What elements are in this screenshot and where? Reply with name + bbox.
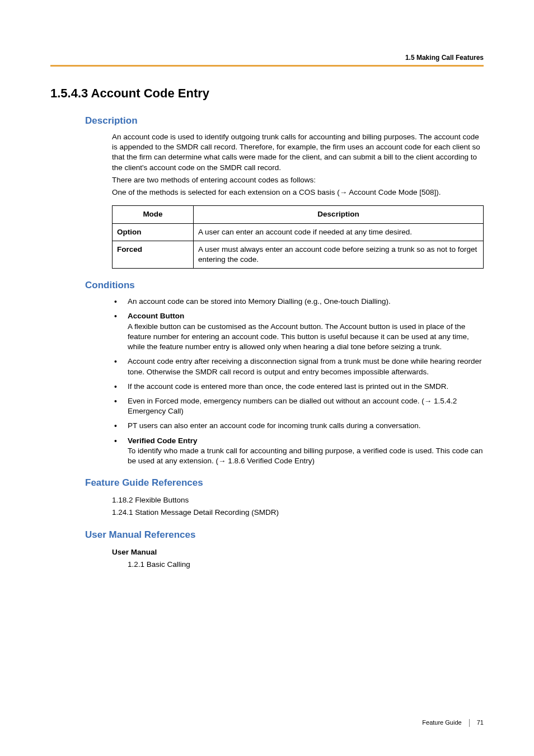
desc-cell: A user must always enter an account code…	[194, 241, 484, 268]
mode-cell: Forced	[113, 241, 194, 268]
table-row: Option A user can enter an account code …	[113, 223, 484, 241]
section-title: 1.5.4.3 Account Code Entry	[50, 86, 484, 101]
user-manual-ref: 1.2.1 Basic Calling	[128, 558, 484, 571]
list-item: Even in Forced mode, emergency numbers c…	[112, 396, 484, 416]
user-manual-heading: User Manual References	[85, 529, 484, 541]
list-item: If the account code is entered more than…	[112, 382, 484, 392]
mode-table: Mode Description Option A user can enter…	[112, 205, 484, 269]
list-item: Account code entry after receiving a dis…	[112, 356, 484, 377]
page-footer: Feature Guide 71	[422, 719, 484, 727]
conditions-list: An account code can be stored into Memor…	[112, 297, 484, 466]
header-rule	[50, 65, 484, 67]
ref-item: 1.18.2 Flexible Buttons	[112, 494, 484, 506]
description-p3: One of the methods is selected for each …	[112, 187, 484, 198]
account-button-body: A flexible button can be customised as t…	[128, 322, 469, 351]
running-header: 1.5 Making Call Features	[405, 54, 484, 62]
user-manual-subhead: User Manual	[112, 546, 484, 558]
conditions-heading: Conditions	[85, 280, 484, 291]
account-button-title: Account Button	[128, 312, 184, 320]
description-body: An account code is used to identify outg…	[112, 132, 484, 269]
footer-separator	[469, 719, 470, 727]
description-p2: There are two methods of entering accoun…	[112, 175, 484, 185]
ref-item: 1.24.1 Station Message Detail Recording …	[112, 506, 484, 519]
i4a: Even in Forced mode, emergency numbers c…	[128, 397, 424, 405]
arrow-icon: →	[218, 456, 226, 466]
description-p1: An account code is used to identify outg…	[112, 132, 484, 173]
footer-page: 71	[477, 719, 484, 726]
arrow-icon: →	[340, 187, 348, 198]
list-item: PT users can also enter an account code …	[112, 421, 484, 431]
i6b: 1.8.6 Verified Code Entry)	[226, 457, 315, 465]
feature-guide-heading: Feature Guide References	[85, 477, 484, 489]
description-p3a: One of the methods is selected for each …	[112, 188, 340, 196]
list-item: An account code can be stored into Memor…	[112, 297, 484, 307]
feature-guide-refs: 1.18.2 Flexible Buttons 1.24.1 Station M…	[112, 494, 484, 518]
verified-code-title: Verified Code Entry	[128, 436, 198, 445]
list-item: Account Button A flexible button can be …	[112, 311, 484, 352]
footer-label: Feature Guide	[422, 719, 461, 726]
description-p3b: Account Code Mode [508]).	[347, 188, 441, 196]
description-heading: Description	[85, 115, 484, 126]
table-row: Forced A user must always enter an accou…	[113, 241, 484, 268]
arrow-icon: →	[424, 396, 432, 406]
desc-cell: A user can enter an account code if need…	[194, 223, 484, 241]
table-header-mode: Mode	[113, 206, 194, 223]
mode-cell: Option	[113, 223, 194, 241]
table-header-description: Description	[194, 206, 484, 223]
list-item: Verified Code Entry To identify who made…	[112, 436, 484, 467]
